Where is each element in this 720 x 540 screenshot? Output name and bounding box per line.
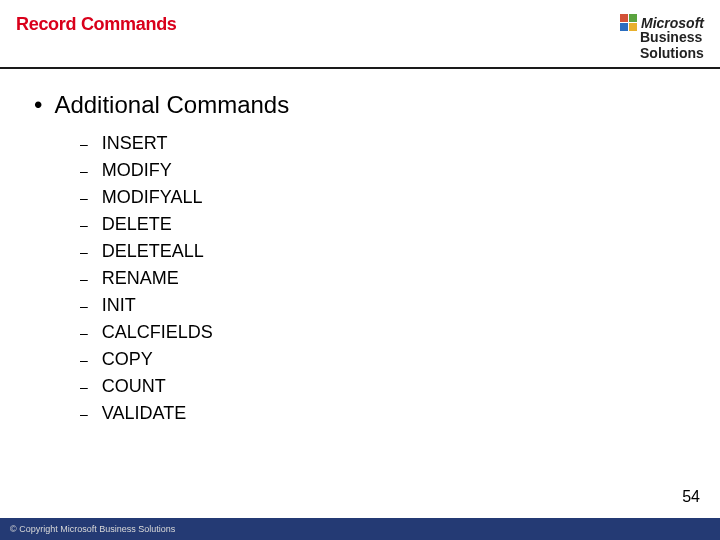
dash-icon: – — [80, 136, 88, 152]
brand-text-bot: Solutions — [640, 45, 704, 61]
dash-icon: – — [80, 190, 88, 206]
list-item: –MODIFY — [80, 160, 710, 181]
list-item: –RENAME — [80, 268, 710, 289]
list-item: –MODIFYALL — [80, 187, 710, 208]
list-item-label: DELETEALL — [102, 241, 204, 262]
windows-flag-icon — [620, 14, 637, 31]
main-bullet-text: Additional Commands — [54, 91, 289, 119]
copyright-text: © Copyright Microsoft Business Solutions — [10, 524, 175, 534]
list-item: –VALIDATE — [80, 403, 710, 424]
page-number: 54 — [682, 488, 700, 506]
dash-icon: – — [80, 352, 88, 368]
dash-icon: – — [80, 406, 88, 422]
list-item-label: COUNT — [102, 376, 166, 397]
list-item: –DELETE — [80, 214, 710, 235]
footer-bar: © Copyright Microsoft Business Solutions — [0, 518, 720, 540]
bullet-icon: • — [34, 93, 42, 117]
list-item: –INSERT — [80, 133, 710, 154]
list-item-label: DELETE — [102, 214, 172, 235]
slide-header: Record Commands Microsoft Business Solut… — [0, 0, 720, 67]
list-item-label: INIT — [102, 295, 136, 316]
brand-logo: Microsoft Business Solutions — [620, 14, 704, 61]
list-item-label: VALIDATE — [102, 403, 186, 424]
brand-text-mid: Business — [640, 30, 704, 45]
slide-content: • Additional Commands –INSERT –MODIFY –M… — [0, 69, 720, 440]
dash-icon: – — [80, 163, 88, 179]
list-item-label: MODIFY — [102, 160, 172, 181]
list-item-label: RENAME — [102, 268, 179, 289]
dash-icon: – — [80, 325, 88, 341]
command-list: –INSERT –MODIFY –MODIFYALL –DELETE –DELE… — [80, 133, 710, 424]
list-item: –CALCFIELDS — [80, 322, 710, 343]
dash-icon: – — [80, 217, 88, 233]
list-item: –COPY — [80, 349, 710, 370]
list-item-label: COPY — [102, 349, 153, 370]
dash-icon: – — [80, 244, 88, 260]
slide-title: Record Commands — [16, 14, 177, 35]
list-item: –COUNT — [80, 376, 710, 397]
dash-icon: – — [80, 379, 88, 395]
list-item: –DELETEALL — [80, 241, 710, 262]
dash-icon: – — [80, 271, 88, 287]
dash-icon: – — [80, 298, 88, 314]
main-bullet: • Additional Commands — [34, 91, 710, 119]
list-item-label: MODIFYALL — [102, 187, 203, 208]
list-item: –INIT — [80, 295, 710, 316]
list-item-label: CALCFIELDS — [102, 322, 213, 343]
list-item-label: INSERT — [102, 133, 168, 154]
